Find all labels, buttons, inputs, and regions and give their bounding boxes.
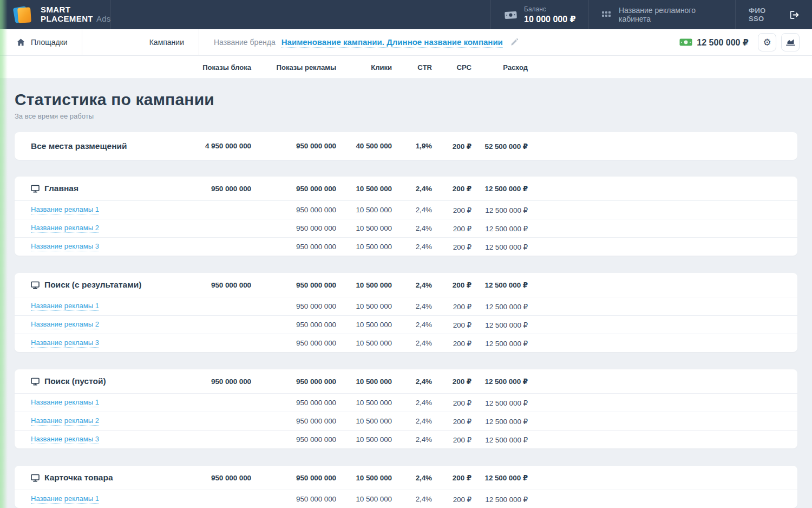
stat-value: 12 500 000 ₽: [472, 184, 528, 193]
stat-value: 950 000 000: [179, 185, 251, 193]
ad-link[interactable]: Название рекламы 1: [31, 494, 99, 504]
stat-value: 2,4%: [392, 243, 432, 251]
stat-value: 10 500 000: [336, 243, 392, 251]
stat-value: 12 500 000 ₽: [472, 302, 528, 311]
settings-button[interactable]: ⚙: [758, 33, 776, 51]
ad-link[interactable]: Название рекламы 3: [31, 242, 99, 251]
ad-link[interactable]: Название рекламы 2: [31, 224, 99, 233]
stat-value: 10 500 000: [336, 206, 392, 214]
ad-row: Название рекламы 1950 000 00010 500 0002…: [15, 200, 797, 219]
page-title: Статистика по кампании: [15, 90, 797, 109]
banknote-icon: [504, 10, 518, 20]
monitor-icon: [31, 281, 40, 289]
chart-button[interactable]: [781, 33, 800, 51]
stat-value: 10 500 000: [336, 321, 392, 329]
ad-row: Название рекламы 2950 000 00010 500 0002…: [15, 219, 797, 237]
summary-name: Все места размещений: [31, 141, 127, 151]
monitor-icon: [31, 377, 40, 386]
stat-value: 950 000 000: [251, 435, 336, 444]
stat-value: 950 000 000: [251, 243, 336, 251]
stat-value: 12 500 000 ₽: [472, 321, 528, 329]
pencil-icon: [510, 38, 519, 47]
stat-value: 2,4%: [392, 185, 432, 193]
edit-campaign-button[interactable]: [510, 38, 519, 47]
user-name[interactable]: ФИО SSO: [749, 6, 782, 23]
stat-value: 10 500 000: [336, 281, 392, 289]
stat-value: 200 ₽: [432, 243, 472, 251]
stat-value: 10 500 000: [336, 435, 392, 444]
stat-value: 2,4%: [392, 495, 432, 503]
stat-value: 200 ₽: [432, 184, 472, 193]
nav-platforms[interactable]: Площадки: [0, 29, 82, 55]
stat-value: 950 000 000: [179, 377, 251, 386]
page-head: Статистика по кампании За все время ее р…: [0, 79, 812, 132]
stat-value: 200 ₽: [432, 206, 472, 214]
top-navbar: SMART PLACEMENTAds Баланс 10 000 000 ₽ Н…: [0, 0, 812, 29]
ad-link[interactable]: Название рекламы 2: [31, 320, 99, 329]
cabinet-switcher[interactable]: Название рекламного кабинета: [588, 0, 735, 29]
stat-value: 10 500 000: [336, 302, 392, 310]
stat-value: 2,4%: [392, 377, 432, 386]
ad-row: Название рекламы 1950 000 00010 500 0002…: [15, 297, 797, 315]
area-chart-icon: [786, 38, 795, 47]
ad-row: Название рекламы 1950 000 00010 500 0002…: [15, 393, 797, 412]
stat-value: 1,9%: [392, 142, 432, 150]
ad-link[interactable]: Название рекламы 3: [31, 435, 99, 444]
stat-value: 950 000 000: [251, 339, 336, 347]
stat-value: 2,4%: [392, 281, 432, 289]
campaign-budget-value: 12 500 000 ₽: [697, 37, 749, 48]
stat-value: 2,4%: [392, 474, 432, 482]
stat-value: 2,4%: [392, 339, 432, 347]
nav-campaigns-label: Кампании: [149, 38, 184, 47]
stat-value: 52 500 000 ₽: [472, 142, 528, 151]
gear-icon: ⚙: [763, 38, 771, 47]
section-name: Карточка товара: [44, 473, 113, 483]
nav-campaigns[interactable]: Кампании: [82, 29, 199, 55]
section-header-row: Главная 950 000 000950 000 00010 500 000…: [15, 177, 797, 200]
stat-value: 2,4%: [392, 302, 432, 310]
subnav-right: 12 500 000 ₽ ⚙: [679, 29, 812, 55]
ad-link[interactable]: Название рекламы 2: [31, 416, 99, 426]
stat-value: 950 000 000: [251, 417, 336, 425]
ad-row: Название рекламы 2950 000 00010 500 0002…: [15, 412, 797, 430]
summary-card: Все места размещений 4 950 000 000950 00…: [15, 132, 797, 160]
placement-section-card: Карточка товара 950 000 000950 000 00010…: [15, 466, 797, 508]
brand-label: Название бренда: [214, 38, 276, 47]
stat-value: 950 000 000: [251, 302, 336, 310]
user-block: ФИО SSO: [735, 0, 812, 29]
stat-value: 950 000 000: [251, 142, 336, 150]
ad-row: Название рекламы 2950 000 00010 500 0002…: [15, 315, 797, 334]
stat-value: 200 ₽: [432, 435, 472, 444]
stat-value: 950 000 000: [251, 399, 336, 407]
logo-suffix: Ads: [96, 14, 110, 23]
stat-value: 10 500 000: [336, 495, 392, 503]
column-header: CTR: [392, 63, 432, 71]
ad-link[interactable]: Название рекламы 1: [31, 398, 99, 407]
stat-value: 2,4%: [392, 399, 432, 407]
logo-line2: PLACEMENT: [41, 14, 93, 23]
placement-section-card: Поиск (с результатами) 950 000 000950 00…: [15, 273, 797, 352]
sub-navbar: Площадки Кампании Название бренда Наимен…: [0, 29, 812, 56]
logo-icon: [13, 4, 35, 25]
section-rows: Название рекламы 1950 000 00010 500 0002…: [15, 297, 797, 352]
stat-value: 950 000 000: [251, 281, 336, 289]
logo[interactable]: SMART PLACEMENTAds: [0, 0, 111, 29]
ad-link[interactable]: Название рекламы 1: [31, 205, 99, 214]
ad-link[interactable]: Название рекламы 3: [31, 338, 99, 348]
monitor-icon: [31, 185, 40, 193]
section-rows: Название рекламы 1950 000 00010 500 0002…: [15, 490, 797, 508]
stat-value: 200 ₽: [432, 417, 472, 426]
stat-value: 2,4%: [392, 224, 432, 232]
stat-value: 950 000 000: [179, 281, 251, 289]
ad-link[interactable]: Название рекламы 1: [31, 302, 99, 311]
stat-value: 950 000 000: [179, 474, 251, 482]
stat-value: 10 500 000: [336, 417, 392, 425]
column-header: Расход: [472, 63, 528, 71]
campaign-name-link[interactable]: Наименование кампании. Длинное название …: [281, 37, 503, 48]
stat-value: 12 500 000 ₽: [472, 377, 528, 386]
nav-platforms-label: Площадки: [31, 38, 68, 47]
stat-value: 950 000 000: [251, 206, 336, 214]
stat-value: 12 500 000 ₽: [472, 435, 528, 444]
stat-value: 12 500 000 ₽: [472, 206, 528, 214]
logout-icon[interactable]: [789, 10, 799, 19]
